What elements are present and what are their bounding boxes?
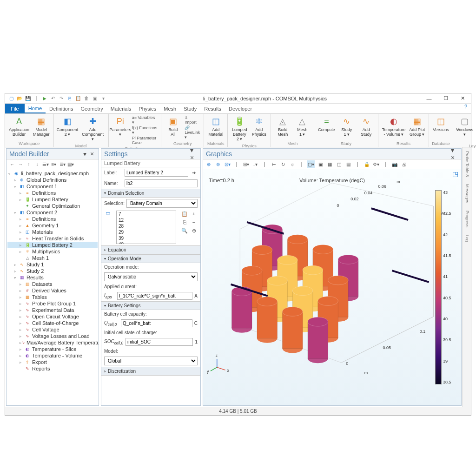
undo-icon[interactable]: ↶	[50, 95, 56, 102]
save-icon[interactable]: 💾	[25, 95, 31, 102]
ribbon-btn[interactable]: AApplicationBuilder	[7, 115, 31, 138]
battery-settings-header[interactable]: ▾Battery Settings	[101, 301, 200, 310]
new-icon[interactable]: ▢	[8, 95, 14, 102]
tree-item[interactable]: ▹🔋Lumped Battery 2	[7, 242, 98, 248]
opmode-dropdown[interactable]: Galvanostatic	[104, 272, 198, 281]
ribbon-btn[interactable]: ◫AddMaterial	[206, 115, 225, 138]
tree-item[interactable]: ▹∿Experimental Data	[7, 307, 98, 313]
ribbon-btn[interactable]: ▣BuildAll	[163, 115, 183, 138]
side-tab[interactable]: Probe Table 3	[464, 149, 470, 178]
minimize-button[interactable]: —	[421, 93, 437, 104]
tree-item[interactable]: ▹≡Definitions	[7, 190, 98, 196]
zoom-in-icon[interactable]: ⊕	[205, 160, 212, 168]
graphics-canvas[interactable]: Time=0.2 h Volume: Temperature (degC) ◳	[203, 169, 461, 405]
ribbon-btn[interactable]: ◐Temperature- Volume ▾	[380, 115, 408, 138]
tree-item[interactable]: ▹🔋Lumped Battery	[7, 196, 98, 203]
tree-item[interactable]: ▿◉li_battery_pack_designer.mph	[7, 170, 98, 177]
ribbon-btn[interactable]: ∿AddStudy	[357, 115, 376, 138]
menu-mesh[interactable]: Mesh	[160, 104, 180, 113]
side-tab[interactable]: Progress	[464, 209, 470, 229]
ribbon-btn[interactable]: ✚AddComponent ▾	[79, 115, 106, 143]
file-tab[interactable]: File	[5, 104, 25, 113]
tree-item[interactable]: ▹⇪Export	[7, 359, 98, 365]
domain-selection-header[interactable]: ▾Domain Selection	[101, 189, 200, 198]
menu-results[interactable]: Results	[200, 104, 225, 113]
paste-sel-icon[interactable]: 📋	[181, 210, 188, 218]
tree-item[interactable]: ▹∿Cell State-of-Charge	[7, 320, 98, 326]
dropdown-icon[interactable]: ▾	[100, 95, 106, 102]
tree-item[interactable]: ▹▦Tables	[7, 294, 98, 300]
tree-item[interactable]: ▹∿Open Circuit Voltage	[7, 313, 98, 320]
help-icon[interactable]: ?	[461, 104, 471, 113]
tree-item[interactable]: ▹∿Max/Average Battery Temperature	[7, 339, 98, 346]
nav-fwd-icon[interactable]: →	[17, 160, 24, 168]
tree-item[interactable]: ▹◫Materials	[7, 229, 98, 235]
tree-item[interactable]: △Mesh 1	[7, 255, 98, 261]
ribbon-btn[interactable]: PiParameters▾	[111, 115, 130, 138]
wireframe-icon[interactable]: ▦	[326, 160, 333, 168]
ruler-icon[interactable]: ⊢	[270, 160, 278, 168]
print-icon[interactable]: 🖨	[400, 160, 408, 168]
domain-view-icon[interactable]: ▭	[104, 209, 112, 217]
rotate-icon[interactable]: ↻	[279, 160, 287, 168]
tree-item[interactable]: ▹⚛Multiphysics	[7, 248, 98, 255]
ribbon-btn[interactable]: 🔋LumpedBattery 2 ▾	[230, 115, 249, 143]
ribbon-btn[interactable]: △Mesh1 ▾	[292, 115, 312, 138]
maximize-button[interactable]: ☐	[437, 93, 454, 104]
tree-item[interactable]: ▹∿Cell Voltage	[7, 326, 98, 333]
tree-item[interactable]: ▿▦Results	[7, 274, 98, 281]
close-button[interactable]: ✕	[454, 93, 471, 104]
selection-dropdown[interactable]: Battery Domain	[126, 199, 198, 208]
capacity-input[interactable]	[121, 319, 192, 327]
equation-header[interactable]: ▹Equation	[101, 245, 200, 254]
paste-icon[interactable]: 📋	[75, 95, 81, 102]
domain-id[interactable]: 7	[117, 211, 176, 217]
panel-close-icon[interactable]: ×	[88, 150, 96, 158]
menu-study[interactable]: Study	[180, 104, 200, 113]
select-icon[interactable]: ▢▾	[307, 160, 315, 168]
settings-icon[interactable]: ⚙▾	[372, 160, 380, 168]
lock-icon[interactable]: 🔒	[363, 160, 370, 168]
ribbon-btn[interactable]: ▢Windows▾	[455, 115, 475, 138]
menu-developer[interactable]: Developer	[225, 104, 256, 113]
operation-mode-header[interactable]: ▾Operation Mode	[101, 254, 200, 263]
menu-home[interactable]: Home	[25, 104, 46, 113]
nav-back-icon[interactable]: ←	[8, 160, 16, 168]
nav-up-icon[interactable]: ↑	[25, 160, 33, 168]
domain-id[interactable]: 12	[117, 217, 176, 223]
side-tab[interactable]: Log	[464, 233, 470, 244]
screenshot-icon[interactable]: ▣	[92, 95, 98, 102]
tree-item[interactable]: ▿◧Component 1	[7, 183, 98, 190]
domain-list[interactable]: 71228293940	[116, 211, 176, 244]
light-icon[interactable]: ☼	[289, 160, 296, 168]
ribbon-btn[interactable]: ⚛AddPhysics	[249, 115, 269, 138]
label-input[interactable]	[125, 169, 188, 177]
side-tab[interactable]: Messages	[464, 182, 470, 205]
copy-sel-icon[interactable]: ⎘	[181, 218, 188, 226]
soc-input[interactable]	[126, 338, 193, 346]
tree-item[interactable]: ▹∿Probe Plot Group 1	[7, 300, 98, 307]
run-icon[interactable]: ▶	[41, 95, 48, 102]
panel-close-icon[interactable]: ▾ ×	[190, 150, 198, 158]
view-dir-icon[interactable]: ↓▾	[251, 160, 259, 168]
filter-icon[interactable]: ≡▾	[50, 160, 58, 168]
ribbon-small-btn[interactable]: f(x) Functions ▾	[131, 125, 159, 135]
menu-physics[interactable]: Physics	[135, 104, 160, 113]
add-sel-icon[interactable]: +	[190, 210, 198, 218]
tree-item[interactable]: ▹∿Study 1	[7, 261, 98, 268]
panel-menu-icon[interactable]: ▾ ×	[451, 150, 458, 158]
delete-icon[interactable]: 🗑	[83, 95, 90, 102]
render-icon[interactable]: ▣	[317, 160, 324, 168]
remove-sel-icon[interactable]: −	[190, 218, 198, 226]
camera-icon[interactable]: 📷	[391, 160, 398, 168]
zoom-extents-icon[interactable]: ⊡▾	[224, 160, 231, 168]
grid-icon[interactable]: ▤	[344, 160, 352, 168]
menu-materials[interactable]: Materials	[107, 104, 135, 113]
tree-item[interactable]: ▹∿Study 2	[7, 268, 98, 274]
menu-definitions[interactable]: Definitions	[46, 104, 77, 113]
goto-icon[interactable]: ➔	[190, 169, 198, 177]
tree-item[interactable]: ▹▤Datasets	[7, 281, 98, 287]
toggle-sel-icon[interactable]: ⊕	[190, 227, 198, 234]
tree-item[interactable]: ✦General Optimization	[7, 203, 98, 209]
ribbon-btn[interactable]: ▦Add PlotGroup ▾	[407, 115, 427, 138]
